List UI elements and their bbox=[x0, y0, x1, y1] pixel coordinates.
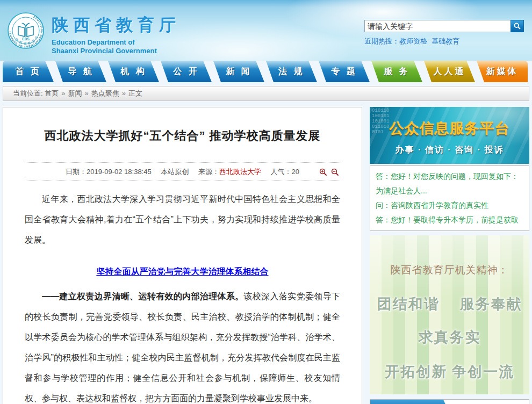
nav-tab-topics[interactable]: 专 题 bbox=[319, 61, 370, 82]
qa-item-answer-2[interactable]: 答：您好！要取得专升本学历，前提是获取专科学历，并通过成人... bbox=[376, 213, 523, 231]
article-paragraph-governance: ——建立权责边界清晰、运转有效的内部治理体系。该校深入落实党委领导下的校长负责制… bbox=[25, 286, 340, 404]
hot-search-term-teacher-cert[interactable]: 教师资格 bbox=[399, 37, 427, 45]
article-source-name: 西北政法大学 bbox=[219, 168, 261, 176]
site-subtitle: Education Department of Shaanxi Provinci… bbox=[52, 38, 181, 55]
breadcrumb-home[interactable]: 首页 bbox=[45, 89, 59, 97]
qa-item-answer-1[interactable]: 答：您好！对您反映的问题，现回复如下： 为满足社会人... bbox=[376, 169, 523, 198]
nav-tab-disclosure[interactable]: 公 开 bbox=[161, 61, 212, 82]
breadcrumb-current: 正文 bbox=[128, 89, 142, 97]
spirit-line-unity-service: 团结和谐 服务奉献 bbox=[370, 294, 529, 314]
banner-title: 公众信息服务平台 bbox=[370, 119, 529, 138]
search-button[interactable] bbox=[511, 20, 524, 32]
breadcrumb-news[interactable]: 新闻 bbox=[68, 89, 82, 97]
spirit-line-innovation: 开拓创新 争创一流 bbox=[370, 362, 529, 381]
sidebar: 0101101001011010010110100101 公众信息服务平台 办事… bbox=[370, 107, 529, 404]
article-origin: 本站原创 bbox=[161, 168, 189, 176]
nav-tab-organization[interactable]: 机 构 bbox=[108, 61, 159, 82]
nav-tab-home[interactable]: 首 页 bbox=[3, 61, 54, 82]
breadcrumb-hot-focus[interactable]: 热点聚焦 bbox=[91, 89, 119, 97]
article-source: 来源：西北政法大学 bbox=[198, 168, 261, 176]
spirit-heading: 陕西省教育厅机关精神： bbox=[370, 263, 529, 277]
nav-tab-guide[interactable]: 导 航 bbox=[55, 61, 106, 82]
nav-tab-regulations[interactable]: 法 规 bbox=[266, 61, 317, 82]
nav-tab-services[interactable]: 服 务 bbox=[371, 61, 422, 82]
site-header: EDUCATION DEPARTMENT OF SHAANXI 陕西省教育厅 E… bbox=[0, 0, 532, 61]
breadcrumb: 当前位置: 首页»新闻»热点聚焦»正文 bbox=[3, 86, 529, 101]
clipped-widget-tab[interactable] bbox=[370, 400, 451, 404]
education-department-seal-icon: EDUCATION DEPARTMENT OF SHAANXI 陕西省教育厅 E… bbox=[8, 12, 44, 49]
site-brand: 陕西省教育厅 Education Department of Shaanxi P… bbox=[52, 14, 181, 55]
main-navigation: 首 页 导 航 机 构 公 开 新 闻 法 规 专 题 服 务 人人通 新媒体 bbox=[3, 61, 529, 82]
font-zoom-controls bbox=[319, 163, 339, 181]
nav-tab-news[interactable]: 新 闻 bbox=[213, 61, 264, 82]
search-area: 近期热搜：教师资格基础教育 bbox=[364, 20, 526, 46]
search-icon bbox=[514, 23, 521, 30]
search-input[interactable] bbox=[364, 20, 511, 32]
department-spirit-panel: 陕西省教育厅机关精神： 团结和谐 服务奉献 求真务实 开拓创新 争创一流 bbox=[370, 235, 529, 394]
zoom-in-icon[interactable] bbox=[319, 168, 327, 176]
article-section-heading[interactable]: 坚持全面从严治党与完善大学治理体系相结合 bbox=[25, 266, 340, 278]
hot-search-label: 近期热搜： bbox=[364, 37, 399, 45]
spirit-line-pragmatism: 求真务实 bbox=[370, 328, 529, 347]
qa-list: 答：您好！对您反映的问题，现回复如下： 为满足社会人... 问：咨询陕西省升学教… bbox=[370, 165, 529, 231]
article-date: 日期：2019-09-02 18:38:45 bbox=[66, 168, 152, 176]
article-panel: 西北政法大学抓好“五个结合” 推动学校高质量发展 日期：2019-09-02 1… bbox=[3, 107, 362, 404]
article-title: 西北政法大学抓好“五个结合” 推动学校高质量发展 bbox=[25, 128, 340, 144]
svg-text:EDS: EDS bbox=[22, 37, 30, 41]
article-paragraph-intro: 近年来，西北政法大学深入学习贯彻习近平新时代中国特色社会主义思想和全国全省教育大… bbox=[25, 189, 340, 250]
article-meta: 日期：2019-09-02 18:38:45 本站原创 来源：西北政法大学 人气… bbox=[25, 162, 340, 181]
hot-search: 近期热搜：教师资格基础教育 bbox=[364, 37, 526, 46]
qa-item-question-1[interactable]: 问：咨询陕西省升学教育的真实性 bbox=[376, 198, 523, 213]
zoom-out-icon[interactable] bbox=[331, 168, 339, 176]
clipped-widget-box bbox=[370, 399, 529, 404]
site-title: 陕西省教育厅 bbox=[52, 14, 181, 37]
nav-tab-renrentong[interactable]: 人人通 bbox=[424, 61, 475, 82]
page: EDUCATION DEPARTMENT OF SHAANXI 陕西省教育厅 E… bbox=[0, 0, 532, 404]
breadcrumb-label: 当前位置: bbox=[13, 89, 43, 97]
banner-subtitle: 办事 · 信访 · 咨询 · 投诉 bbox=[370, 145, 529, 156]
public-info-service-banner[interactable]: 0101101001011010010110100101 公众信息服务平台 办事… bbox=[370, 107, 529, 164]
hot-search-term-basic-education[interactable]: 基础教育 bbox=[432, 37, 459, 45]
nav-tab-new-media[interactable]: 新媒体 bbox=[477, 61, 528, 82]
article-views: 人气：20 bbox=[271, 168, 299, 176]
